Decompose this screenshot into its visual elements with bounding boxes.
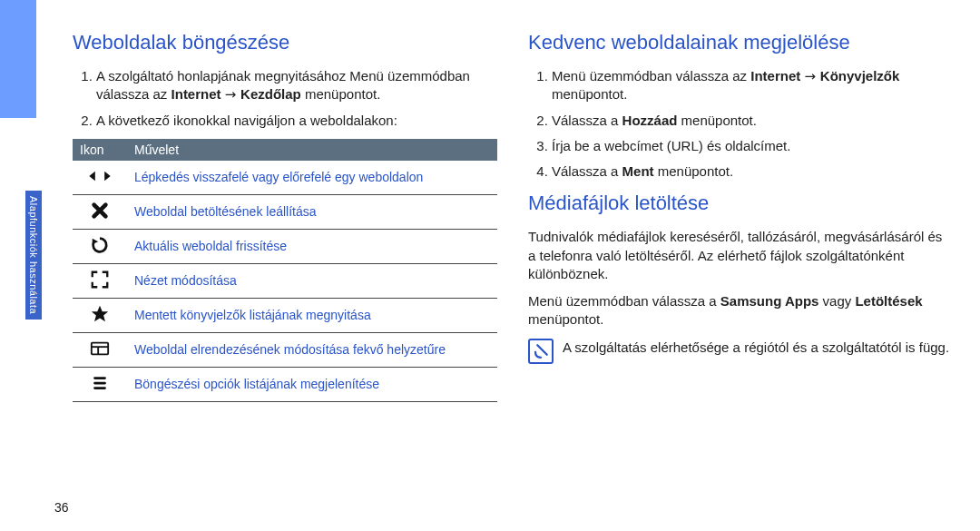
th-icon: Ikon: [73, 139, 127, 161]
table-row: Lépkedés visszafelé vagy előrefelé egy w…: [73, 161, 497, 195]
heading-browse: Weboldalak böngészése: [73, 31, 497, 54]
svg-line-10: [537, 345, 547, 355]
kw-internet: Internet: [172, 86, 221, 102]
page-number: 36: [54, 500, 69, 515]
note: A szolgáltatás elérhetősége a régiótól é…: [528, 339, 953, 364]
media-desc: Tudnivalók médiafájlok kereséséről, tall…: [528, 228, 953, 283]
heading-bookmark: Kedvenc weboldalainak megjelölése: [528, 31, 953, 54]
svg-marker-2: [93, 238, 98, 243]
bm-step-3: Írja be a webcímet (URL) és oldalcímet.: [552, 137, 953, 155]
table-row: Nézet módosítása: [73, 263, 497, 298]
svg-marker-0: [89, 172, 95, 181]
browse-step-2: A következő ikonokkal navigáljon a webol…: [96, 112, 497, 130]
bm-step-1: Menü üzemmódban válassza az Internet → K…: [552, 67, 953, 104]
expand-icon: [73, 263, 127, 298]
media-instruction: Menü üzemmódban válassza a Samsung Apps …: [528, 292, 953, 329]
svg-marker-1: [104, 172, 111, 181]
note-icon: [528, 339, 554, 364]
kw-homepage: Kezdőlap: [240, 86, 301, 102]
table-row: Mentett könyvjelzők listájának megnyitás…: [73, 298, 497, 332]
svg-rect-4: [92, 342, 108, 354]
browse-steps: A szolgáltató honlapjának megnyitásához …: [73, 67, 497, 130]
bookmark-steps: Menü üzemmódban válassza az Internet → K…: [528, 67, 953, 181]
heading-media: Médiafájlok letöltése: [528, 192, 953, 215]
table-row: Weboldal elrendezésének módosítása fekvő…: [73, 332, 497, 367]
left-column: Weboldalak böngészése A szolgáltató honl…: [73, 31, 497, 513]
browse-step-1: A szolgáltató honlapjának megnyitásához …: [96, 67, 497, 104]
star-icon: [73, 298, 127, 332]
nav-arrows-icon: [73, 161, 127, 195]
bm-step-4: Válassza a Ment menüpontot.: [552, 162, 953, 181]
layout-icon: [73, 332, 127, 367]
stop-icon: [73, 194, 127, 229]
page-content: Weboldalak böngészése A szolgáltató honl…: [0, 0, 980, 531]
note-text: A szolgáltatás elérhetősége a régiótól é…: [563, 339, 949, 357]
refresh-icon: [73, 229, 127, 263]
list-icon: [73, 367, 127, 401]
right-column: Kedvenc weboldalainak megjelölése Menü ü…: [528, 31, 953, 513]
left-thumb-bar: [0, 0, 36, 118]
th-op: Művelet: [127, 139, 497, 161]
browser-icon-table: Ikon Művelet Lépkedés visszafelé vagy el…: [73, 139, 497, 402]
table-row: Böngészési opciók listájának megjeleníté…: [73, 367, 497, 401]
svg-marker-3: [92, 306, 108, 321]
table-row: Aktuális weboldal frissítése: [73, 229, 497, 263]
bm-step-2: Válassza a Hozzáad menüpontot.: [552, 112, 953, 130]
manual-page: Alapfunkciók használata Weboldalak böngé…: [0, 0, 980, 531]
section-tab: Alapfunkciók használata: [25, 191, 42, 320]
table-row: Weboldal betöltésének leállítása: [73, 194, 497, 229]
